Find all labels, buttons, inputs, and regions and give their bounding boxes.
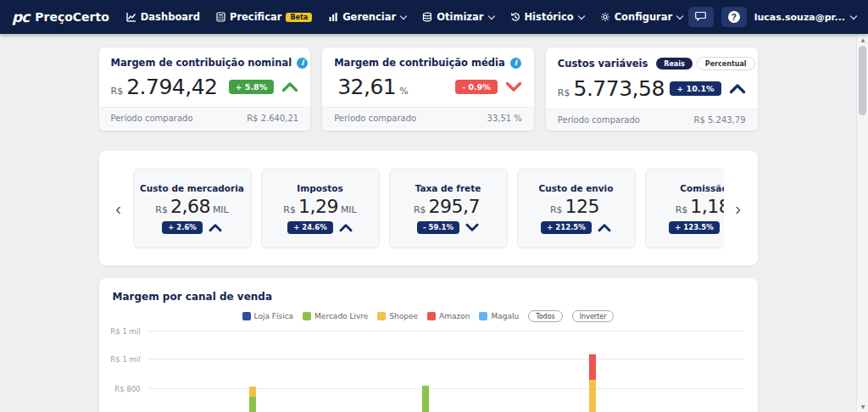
nav-otimizar[interactable]: Otimizar xyxy=(422,11,493,23)
bar-segment xyxy=(589,380,596,412)
chevron-up-icon xyxy=(339,223,353,232)
unit-toggle: Reais Percentual xyxy=(656,57,754,70)
info-icon[interactable]: i xyxy=(510,58,521,69)
legend-label: Shopee xyxy=(389,312,418,320)
chart-legend: Loja Física Mercado Livre Shopee Amazon xyxy=(113,310,744,322)
unit-suffix: MIL xyxy=(341,204,357,215)
trend-badge: + 5.8% xyxy=(229,80,275,94)
currency-prefix: R$ xyxy=(111,86,124,97)
chat-button[interactable] xyxy=(688,7,714,27)
cost-value: R$ 1,18 xyxy=(676,196,724,217)
toggle-reais[interactable]: Reais xyxy=(656,58,693,70)
nav-historico[interactable]: Histórico xyxy=(510,11,584,23)
y-axis-label: R$ 1 mil xyxy=(110,327,140,336)
nav-label: Configurar xyxy=(615,11,673,23)
footer-value: R$ 5.243,79 xyxy=(693,115,745,125)
question-icon: ? xyxy=(728,11,740,23)
swatch-icon xyxy=(303,312,311,320)
legend-magalu[interactable]: Magalu xyxy=(479,312,519,320)
chart-gridline: R$ 800 xyxy=(148,388,744,389)
chevron-down-icon xyxy=(465,223,479,232)
currency-prefix: R$ xyxy=(414,204,426,215)
chevron-down-icon xyxy=(400,12,407,19)
metric-footer: Período comparado 33,51 % xyxy=(322,107,534,129)
nav-label: Dashboard xyxy=(141,11,200,23)
chevron-down-icon xyxy=(676,12,683,19)
brand-name: PreçoCerto xyxy=(35,10,109,24)
nav-precificar[interactable]: Precificar Beta xyxy=(216,11,312,23)
page-scrollbar[interactable]: ▲ ▼ xyxy=(856,34,868,412)
footer-label: Período comparado xyxy=(111,114,193,123)
navbar-right: ? lucas.souza@pr... xyxy=(688,7,856,27)
cost-card-envio: Custo de envio R$ 125 + 212.5% xyxy=(517,169,636,248)
currency-prefix: R$ xyxy=(283,204,296,215)
nav-dashboard[interactable]: Dashboard xyxy=(126,11,200,23)
chevron-up-icon xyxy=(598,223,611,232)
app-window: pc PreçoCerto Dashboard Precificar Beta … xyxy=(0,0,868,412)
nav-label: Otimizar xyxy=(437,11,483,23)
scroll-up-icon[interactable]: ▲ xyxy=(857,36,868,42)
chevron-up-icon xyxy=(729,83,746,94)
unit-suffix: MIL xyxy=(213,204,229,215)
legend-amazon[interactable]: Amazon xyxy=(427,312,470,320)
carousel-prev-button[interactable]: ‹ xyxy=(109,192,128,225)
bar-chart-icon xyxy=(328,12,338,22)
nav-gerenciar[interactable]: Gerenciar xyxy=(328,11,406,23)
nav-label: Histórico xyxy=(525,11,574,23)
metric-title: Custos variáveis xyxy=(558,58,648,70)
nav-label: Gerenciar xyxy=(342,11,396,23)
cost-value: R$ 295,7 xyxy=(414,196,482,217)
brand[interactable]: pc PreçoCerto xyxy=(12,8,109,25)
toggle-percentual[interactable]: Percentual xyxy=(697,57,755,70)
cost-amount: 2,68 xyxy=(170,196,210,217)
gear-icon xyxy=(600,12,610,22)
user-menu[interactable]: lucas.souza@pr... xyxy=(754,12,856,23)
footer-value: 33,51 % xyxy=(487,114,522,123)
chart-title: Margem por canal de venda xyxy=(113,291,744,303)
trend-badge: + 212.5% xyxy=(541,221,591,234)
footer-value: R$ 2.640,21 xyxy=(247,114,298,123)
dashboard-content: Margem de contribuição nominal i R$ 2.79… xyxy=(0,34,856,412)
chevron-up-icon xyxy=(209,223,222,232)
legend-label: Loja Física xyxy=(254,312,294,320)
scrollbar-thumb[interactable] xyxy=(859,46,866,115)
legend-loja-fisica[interactable]: Loja Física xyxy=(242,312,294,320)
cost-title: Custo de mercadoria xyxy=(140,183,244,193)
cost-amount: 295,7 xyxy=(429,196,480,217)
chart-plot: R$ 1 milR$ 1 milR$ 800 xyxy=(148,322,744,412)
bar-segment xyxy=(422,386,429,412)
info-icon[interactable]: i xyxy=(297,58,308,69)
legend-label: Amazon xyxy=(439,312,470,320)
chart-gridline: R$ 1 mil xyxy=(148,331,744,331)
unit-suffix: % xyxy=(399,86,408,97)
trend-badge: - 59.1% xyxy=(417,221,459,234)
cost-title: Taxa de frete xyxy=(415,183,481,193)
brand-logo-icon: pc xyxy=(12,8,29,25)
chevron-down-icon xyxy=(850,12,857,19)
cost-title: Custo de envio xyxy=(539,183,614,193)
todos-button[interactable]: Todos xyxy=(528,310,563,322)
chat-icon xyxy=(695,11,706,24)
cost-card-frete: Taxa de frete R$ 295,7 - 59.1% xyxy=(389,169,508,248)
carousel-next-button[interactable]: › xyxy=(729,192,748,225)
currency-prefix: R$ xyxy=(550,204,563,215)
help-button[interactable]: ? xyxy=(721,7,747,27)
scroll-down-icon[interactable]: ▼ xyxy=(857,404,868,409)
nav-configurar[interactable]: Configurar xyxy=(600,11,683,23)
cost-card-mercadoria: Custo de mercadoria R$ 2,68 MIL + 2.6% xyxy=(133,169,252,248)
swatch-icon xyxy=(479,312,487,320)
footer-label: Período comparado xyxy=(334,114,416,123)
trend-badge: - 0.9% xyxy=(455,80,498,94)
chevron-down-icon xyxy=(577,12,584,19)
legend-shopee[interactable]: Shopee xyxy=(377,312,418,320)
bar-segment xyxy=(589,354,596,380)
metric-cards-row: Margem de contribuição nominal i R$ 2.79… xyxy=(99,47,758,131)
chevron-up-icon xyxy=(281,81,298,92)
metric-value: 32,61 % xyxy=(334,75,409,99)
line-chart-icon xyxy=(126,12,136,22)
swatch-icon xyxy=(242,312,251,320)
legend-mercado-livre[interactable]: Mercado Livre xyxy=(303,312,368,320)
chart-gridline: R$ 1 mil xyxy=(148,359,744,359)
inverter-button[interactable]: Inverter xyxy=(572,310,615,322)
cost-amount: 1,29 xyxy=(298,196,338,217)
